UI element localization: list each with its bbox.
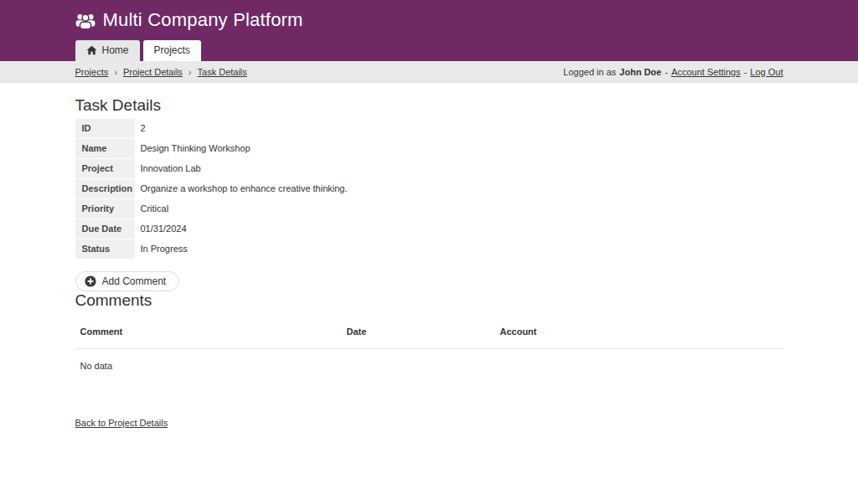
table-row-priority: Priority Critical [75,199,783,219]
column-header-date: Date [347,327,500,337]
row-label: Description [75,179,135,198]
column-header-comment: Comment [80,327,347,337]
comments-table: Comment Date Account No data [75,322,783,383]
breadcrumb-task-details-link[interactable]: Task Details [198,67,247,77]
task-details-table: ID 2 Name Design Thinking Workshop Proje… [75,119,783,259]
logged-in-prefix: Logged in as [563,67,616,77]
plus-circle-icon [85,275,96,287]
tab-home-label: Home [102,44,129,56]
home-icon [86,45,97,55]
main-nav-tabs: Home Projects [75,40,783,61]
row-label: Status [75,239,135,259]
row-value: Organize a workshop to enhance creative … [135,179,354,198]
page-title: Task Details [75,96,783,115]
app-header: Multi Company Platform Home Projects [0,0,858,61]
chevron-right-icon: › [114,67,117,77]
row-label: Due Date [75,219,135,239]
brand: Multi Company Platform [75,0,783,31]
back-to-project-details-link[interactable]: Back to Project Details [75,418,168,428]
row-label: ID [75,119,135,138]
table-row-description: Description Organize a workshop to enhan… [75,179,783,198]
row-label: Name [75,139,135,158]
table-row-name: Name Design Thinking Workshop [75,139,783,158]
breadcrumb-projects-link[interactable]: Projects [75,67,109,77]
account-settings-link[interactable]: Account Settings [671,67,741,77]
comments-section-title: Comments [75,291,783,310]
row-value: In Progress [135,239,194,259]
row-value: Critical [135,199,176,219]
main-content: Task Details ID 2 Name Design Thinking W… [75,83,783,429]
breadcrumb-bar: Projects › Project Details › Task Detail… [0,61,858,83]
row-value: Design Thinking Workshop [135,139,257,158]
session-separator: - [664,67,668,77]
column-header-account: Account [500,327,778,337]
tab-home[interactable]: Home [75,40,140,61]
tab-projects-label: Projects [154,44,190,56]
table-row-status: Status In Progress [75,239,783,259]
row-label: Project [75,159,135,178]
row-value: 01/31/2024 [135,219,194,239]
session-separator: - [744,67,747,77]
session-info: Logged in as John Doe - Account Settings… [563,67,783,77]
breadcrumb-project-details-link[interactable]: Project Details [123,67,183,77]
table-row-due-date: Due Date 01/31/2024 [75,219,783,239]
breadcrumb: Projects › Project Details › Task Detail… [75,67,247,77]
add-comment-label: Add Comment [102,275,167,287]
row-value: 2 [135,119,152,138]
row-label: Priority [75,199,135,219]
add-comment-button[interactable]: Add Comment [75,271,180,291]
row-value: Innovation Lab [135,159,208,178]
users-icon [75,12,96,29]
tab-projects[interactable]: Projects [143,40,201,61]
table-row-project: Project Innovation Lab [75,159,783,178]
app-title: Multi Company Platform [103,9,303,31]
logged-in-user: John Doe [619,67,661,77]
empty-state-message: No data [75,349,783,383]
chevron-right-icon: › [189,67,192,77]
table-row-id: ID 2 [75,119,783,138]
log-out-link[interactable]: Log Out [750,67,783,77]
comments-table-header: Comment Date Account [75,322,783,349]
